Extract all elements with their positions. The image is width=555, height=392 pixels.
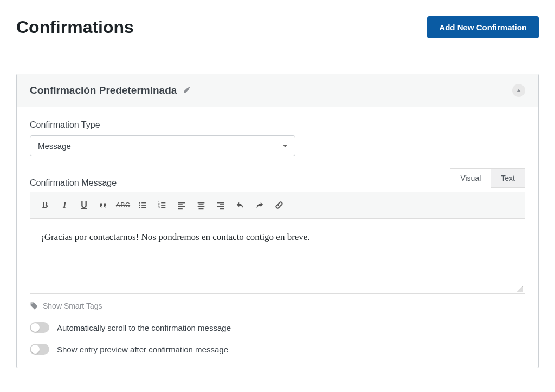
panel-title: Confirmación Predeterminada [30, 84, 177, 96]
collapse-button[interactable] [512, 84, 525, 97]
confirmation-panel: Confirmación Predeterminada Confirmation… [16, 74, 539, 368]
entry-preview-toggle-row: Show entry preview after confirmation me… [30, 344, 525, 355]
tab-text[interactable]: Text [491, 168, 525, 188]
svg-text:3: 3 [158, 206, 160, 209]
italic-button[interactable]: I [55, 197, 74, 214]
resize-handle[interactable] [30, 284, 525, 293]
auto-scroll-toggle-row: Automatically scroll to the confirmation… [30, 322, 525, 333]
svg-rect-11 [161, 207, 165, 208]
svg-rect-16 [198, 202, 205, 204]
svg-rect-7 [161, 202, 165, 204]
svg-point-2 [139, 205, 140, 206]
redo-button[interactable] [250, 197, 269, 214]
svg-rect-12 [178, 202, 185, 204]
edit-icon[interactable] [182, 86, 191, 95]
svg-rect-18 [198, 206, 205, 207]
tab-visual[interactable]: Visual [450, 168, 491, 188]
smart-tags-label: Show Smart Tags [43, 302, 102, 310]
confirmation-type-label: Confirmation Type [30, 120, 525, 130]
svg-rect-17 [199, 204, 204, 205]
numbered-list-button[interactable]: 123 [153, 197, 171, 214]
blockquote-button[interactable] [94, 197, 113, 214]
svg-rect-13 [178, 204, 183, 205]
editor-content[interactable]: ¡Gracias por contactarnos! Nos pondremos… [30, 219, 525, 284]
editor-toolbar: B I U ABC 123 [30, 192, 525, 219]
bold-button[interactable]: B [36, 197, 54, 214]
svg-rect-15 [178, 208, 183, 209]
svg-rect-21 [220, 204, 224, 205]
svg-rect-3 [141, 205, 146, 206]
entry-preview-toggle[interactable] [30, 344, 49, 355]
entry-preview-label: Show entry preview after confirmation me… [57, 345, 228, 354]
auto-scroll-label: Automatically scroll to the confirmation… [57, 323, 231, 332]
svg-rect-1 [141, 202, 146, 204]
confirmation-type-select[interactable]: Message [30, 135, 295, 156]
undo-button[interactable] [231, 197, 249, 214]
rich-text-editor: B I U ABC 123 ¡Gracias por contactarnos!… [30, 192, 525, 294]
confirmation-message-field: Confirmation Message Visual Text B I U A… [30, 168, 525, 310]
chevron-up-icon [515, 87, 522, 94]
svg-rect-23 [220, 208, 224, 209]
align-center-button[interactable] [192, 197, 210, 214]
svg-rect-19 [199, 208, 204, 209]
panel-header: Confirmación Predeterminada [17, 74, 538, 107]
svg-point-4 [139, 207, 140, 208]
show-smart-tags-link[interactable]: Show Smart Tags [30, 302, 525, 310]
divider [16, 54, 539, 54]
link-button[interactable] [270, 197, 288, 214]
svg-point-0 [139, 202, 140, 204]
svg-rect-14 [178, 206, 185, 207]
align-left-button[interactable] [172, 197, 191, 214]
bullet-list-button[interactable] [133, 197, 152, 214]
svg-rect-20 [217, 202, 224, 204]
svg-rect-9 [161, 205, 165, 206]
editor-tabs: Visual Text [450, 168, 525, 188]
add-new-confirmation-button[interactable]: Add New Confirmation [427, 16, 539, 38]
align-right-button[interactable] [211, 197, 230, 214]
svg-rect-22 [217, 206, 224, 207]
confirmation-type-field: Confirmation Type Message [30, 120, 525, 156]
auto-scroll-toggle[interactable] [30, 322, 49, 333]
strikethrough-button[interactable]: ABC [114, 197, 132, 214]
tag-icon [30, 302, 38, 310]
grip-icon [517, 286, 523, 292]
svg-rect-5 [141, 207, 146, 208]
panel-body: Confirmation Type Message Confirmation M… [17, 107, 538, 368]
underline-button[interactable]: U [75, 197, 93, 214]
confirmation-message-label: Confirmation Message [30, 178, 117, 188]
page-title: Confirmations [16, 17, 134, 37]
